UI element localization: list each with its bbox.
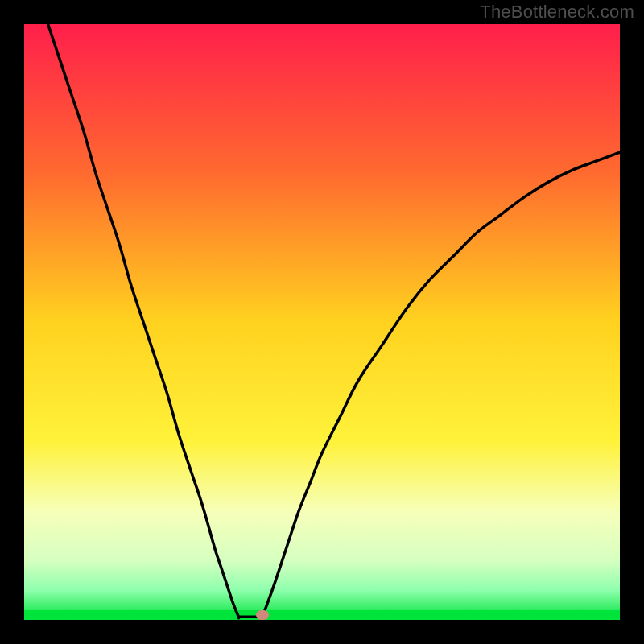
bottleneck-curve [24, 24, 620, 620]
plot-area [24, 24, 620, 620]
watermark-text: TheBottleneck.com [480, 2, 634, 23]
optimal-point-marker [256, 610, 269, 620]
chart-frame: TheBottleneck.com [0, 0, 644, 644]
